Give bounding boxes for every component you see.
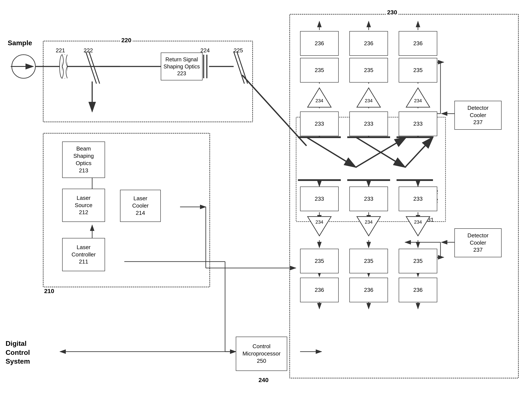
label-236-top-3: 236 <box>413 40 422 47</box>
svg-text:234: 234 <box>414 98 422 103</box>
sample-label: Sample <box>6 39 34 47</box>
tri-234-bot-3: 234 <box>399 214 437 238</box>
label-233-bot-3: 233 <box>413 195 422 203</box>
svg-text:234: 234 <box>365 98 373 103</box>
label-225: 225 <box>234 47 243 54</box>
detector-cooler-bottom: Detector Cooler 237 <box>454 228 502 257</box>
svg-text:234: 234 <box>316 98 324 103</box>
tri-234-top-1: 234 <box>300 86 339 109</box>
label-220: 220 <box>120 36 133 44</box>
return-signal-label: Return Signal Shaping Optics 223 <box>163 56 200 77</box>
svg-marker-81 <box>308 88 331 107</box>
label-235-top-3: 235 <box>413 67 422 74</box>
box-233-top-1: 233 <box>300 111 339 136</box>
return-signal-optics-box: Return Signal Shaping Optics 223 <box>161 52 202 80</box>
box-236-bot-3: 236 <box>399 278 437 302</box>
label-236-top-1: 236 <box>315 40 324 47</box>
box-233-bot-2: 233 <box>349 186 388 211</box>
box-220 <box>43 41 253 122</box>
box-235-bot-2: 235 <box>349 249 388 273</box>
beam-shaping-box: Beam Shaping Optics 213 <box>62 141 105 178</box>
digital-control-label: Digital Control System <box>4 339 31 367</box>
box-236-top-1: 236 <box>300 31 339 56</box>
label-222: 222 <box>84 47 93 54</box>
detector-cooler-top: Detector Cooler 237 <box>454 101 502 130</box>
label-236-bot-3: 236 <box>413 286 422 294</box>
tri-234-top-2: 234 <box>349 86 388 109</box>
box-235-top-2: 235 <box>349 58 388 82</box>
svg-marker-83 <box>357 88 381 107</box>
label-230: 230 <box>386 9 399 16</box>
box-233-top-3: 233 <box>399 111 437 136</box>
box-236-bot-2: 236 <box>349 278 388 302</box>
laser-source-box: Laser Source 212 <box>62 189 105 222</box>
svg-marker-85 <box>406 88 430 107</box>
label-233-bot-1: 233 <box>315 195 324 203</box>
tri-234-top-3: 234 <box>399 86 437 109</box>
diagram: Sample 220 Return Signal Shaping Optics … <box>0 0 532 396</box>
box-236-top-2: 236 <box>349 31 388 56</box>
label-235-top-2: 235 <box>364 67 373 74</box>
box-235-bot-3: 235 <box>399 249 437 273</box>
box-233-top-2: 233 <box>349 111 388 136</box>
label-235-bot-1: 235 <box>315 257 324 265</box>
svg-point-4 <box>12 55 35 78</box>
laser-controller-box: Laser Controller 211 <box>62 238 105 271</box>
control-microprocessor-box: Control Microprocessor 250 <box>236 337 287 371</box>
label-210: 210 <box>43 287 56 295</box>
label-233-top-1: 233 <box>315 120 324 128</box>
laser-source-label: Laser Source 212 <box>75 194 93 216</box>
svg-text:234: 234 <box>316 219 324 225</box>
svg-text:234: 234 <box>414 219 422 225</box>
label-233-bot-2: 233 <box>364 195 373 203</box>
label-236-bot-1: 236 <box>315 286 324 294</box>
tri-234-bot-1: 234 <box>300 214 339 238</box>
label-224: 224 <box>200 47 210 54</box>
box-233-bot-1: 233 <box>300 186 339 211</box>
label-240: 240 <box>257 376 270 384</box>
box-235-top-1: 235 <box>300 58 339 82</box>
label-221: 221 <box>56 47 65 54</box>
label-233-top-3: 233 <box>413 120 422 128</box>
label-235-bot-3: 235 <box>413 257 422 265</box>
label-235-bot-2: 235 <box>364 257 373 265</box>
detector-cooler-top-label: Detector Cooler 237 <box>468 105 488 126</box>
control-microprocessor-label: Control Microprocessor 250 <box>243 343 281 365</box>
tri-234-bot-2: 234 <box>349 214 388 238</box>
laser-cooler-label: Laser Cooler 214 <box>132 195 149 216</box>
label-235-top-1: 235 <box>315 67 324 74</box>
laser-controller-label: Laser Controller 211 <box>72 244 96 265</box>
label-236-top-2: 236 <box>364 40 373 47</box>
svg-text:234: 234 <box>365 219 373 225</box>
beam-shaping-label: Beam Shaping Optics 213 <box>73 145 94 174</box>
label-233-top-2: 233 <box>364 120 373 128</box>
box-236-top-3: 236 <box>399 31 437 56</box>
box-233-bot-3: 233 <box>399 186 437 211</box>
box-236-bot-1: 236 <box>300 278 339 302</box>
box-235-bot-1: 235 <box>300 249 339 273</box>
laser-cooler-box: Laser Cooler 214 <box>120 190 161 222</box>
label-236-bot-2: 236 <box>364 286 373 294</box>
box-235-top-3: 235 <box>399 58 437 82</box>
detector-cooler-bottom-label: Detector Cooler 237 <box>468 232 488 254</box>
